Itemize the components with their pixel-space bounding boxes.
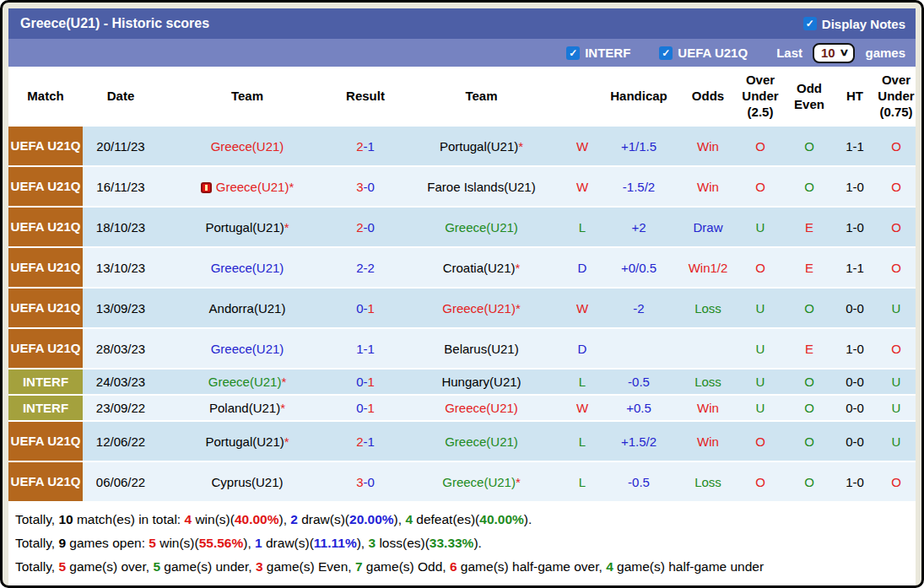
col-header-result: Result xyxy=(336,67,395,127)
odd-even-cell: O xyxy=(786,422,833,462)
display-notes-checkbox[interactable]: ✓ xyxy=(803,17,817,30)
home-team-cell: Poland(U21)* xyxy=(159,396,336,422)
home-team-cell: Greece(U21)* xyxy=(159,167,336,208)
away-team-cell: Greece(U21)* xyxy=(395,462,568,503)
result-cell: 2-2 xyxy=(336,248,395,289)
interf-toggle[interactable]: ✓ INTERF xyxy=(566,46,630,60)
wld-cell: L xyxy=(568,422,597,462)
home-team-cell: Greece(U21)* xyxy=(159,370,336,396)
away-team-name: Greece(U21) xyxy=(445,401,518,415)
ht-cell: 0-0 xyxy=(833,396,877,422)
away-score: 1 xyxy=(368,401,375,415)
filter-bar: ✓ INTERF ✓ UEFA U21Q Last 10 ∨ games xyxy=(8,39,916,67)
table-row: UEFA U21Q 20/11/23 Greece(U21) 2-1 Portu… xyxy=(8,127,916,167)
over-under-25-cell: O xyxy=(735,127,786,167)
over-under-25-cell: U xyxy=(735,370,786,396)
away-team-name: Greece(U21) xyxy=(442,475,516,489)
odd-even-cell: E xyxy=(786,248,833,289)
summary-segment: ), xyxy=(243,536,255,550)
home-team-name: Greece(U21) xyxy=(208,375,282,389)
handicap-cell: +1/1.5 xyxy=(597,127,681,167)
home-team-cell: Portugal(U21)* xyxy=(159,208,336,248)
away-team-name: Greece(U21) xyxy=(442,301,516,316)
table-header-row: Match Date Team Result Team Handicap Odd… xyxy=(8,67,916,127)
uefa-label: UEFA U21Q xyxy=(678,46,748,60)
wld-cell: W xyxy=(568,127,597,167)
handicap-cell: +0/0.5 xyxy=(597,248,681,289)
odd-even-cell: O xyxy=(786,370,833,396)
summary-line-over-under: Totally, 5 game(s) over, 5 game(s) under… xyxy=(15,555,916,579)
over-under-075-cell: O xyxy=(877,127,916,167)
odds-cell: Win xyxy=(681,127,735,167)
away-team-name: Portugal(U21) xyxy=(440,139,518,154)
ht-cell: 1-0 xyxy=(833,167,877,208)
handicap-cell: -1.5/2 xyxy=(597,167,681,208)
summary-segment: 4 xyxy=(184,512,192,526)
summary-segment: game(s) under, xyxy=(160,559,256,574)
last-games-value: 10 xyxy=(821,46,835,60)
result-cell: 2-0 xyxy=(336,208,395,248)
date-cell: 06/06/22 xyxy=(83,462,159,503)
over-under-075-cell: O xyxy=(877,167,916,208)
home-team-name: Greece(U21) xyxy=(216,180,289,194)
away-score: 1 xyxy=(368,342,375,356)
summary-segment: win(s)( xyxy=(192,512,235,526)
over-under-25-cell: O xyxy=(735,422,786,462)
over-under-25-cell: O xyxy=(735,462,786,503)
interf-checkbox[interactable]: ✓ xyxy=(566,46,580,60)
ht-cell: 0-0 xyxy=(833,370,877,396)
summary-segment: 40.00% xyxy=(479,512,524,526)
home-team-cell: Portugal(U21)* xyxy=(159,422,336,462)
result-cell: 1-1 xyxy=(336,329,395,370)
odds-cell: Win xyxy=(681,422,735,462)
summary-segment: 6 xyxy=(450,559,457,574)
away-score: 0 xyxy=(368,180,375,194)
uefa-checkbox[interactable]: ✓ xyxy=(659,46,673,60)
table-row: UEFA U21Q 18/10/23 Portugal(U21)* 2-0 Gr… xyxy=(8,208,916,248)
odd-even-cell: O xyxy=(786,396,833,422)
away-team-cell: Croatia(U21)* xyxy=(395,248,568,289)
chevron-down-icon: ∨ xyxy=(839,46,849,58)
match-type-cell: UEFA U21Q xyxy=(8,248,83,289)
summary-segment: 11.11% xyxy=(314,536,357,550)
col-header-match: Match xyxy=(8,67,83,127)
odds-cell: Loss xyxy=(681,462,735,503)
summary-line-total: Totally, 10 match(es) in total: 4 win(s)… xyxy=(15,508,916,531)
summary-segment: 40.00% xyxy=(235,512,279,526)
summary-segment: 33.33% xyxy=(430,536,474,550)
date-cell: 18/10/23 xyxy=(83,208,159,248)
over-under-075-cell: U xyxy=(877,396,916,422)
match-type-cell: UEFA U21Q xyxy=(8,167,83,208)
display-notes-toggle[interactable]: ✓ Display Notes xyxy=(803,17,905,31)
home-score: 3 xyxy=(356,475,363,489)
match-type-cell: INTERF xyxy=(8,396,83,422)
away-team-name: Faroe Islands(U21) xyxy=(427,180,535,194)
summary-segment: 10 xyxy=(58,512,73,526)
home-team-star: * xyxy=(280,401,285,415)
summary-segment: Totally, xyxy=(15,536,58,550)
uefa-toggle[interactable]: ✓ UEFA U21Q xyxy=(659,46,748,60)
col-header-ht: HT xyxy=(833,67,877,127)
result-cell: 0-1 xyxy=(336,289,395,329)
summary-segment: game(s) half-game under xyxy=(613,559,764,574)
table-row: UEFA U21Q 06/06/22 Cyprus(U21) 3-0 Greec… xyxy=(8,462,916,503)
away-team-cell: Hungary(U21) xyxy=(395,370,568,396)
over-under-25-cell: O xyxy=(735,167,786,208)
odd-even-cell: E xyxy=(786,329,833,370)
summary-segment: 7 xyxy=(355,559,363,574)
home-team-name: Portugal(U21) xyxy=(205,434,284,449)
interf-label: INTERF xyxy=(585,46,630,60)
col-header-odds: Odds xyxy=(681,67,735,127)
ht-cell: 1-1 xyxy=(833,248,877,289)
home-team-cell: Cyprus(U21) xyxy=(159,462,336,503)
last-games-select[interactable]: 10 ∨ xyxy=(813,43,855,63)
summary-segment: games open: xyxy=(66,536,149,550)
wld-cell: L xyxy=(568,370,597,396)
home-team-name: Andorra(U21) xyxy=(209,301,286,316)
table-row: UEFA U21Q 28/03/23 Greece(U21) 1-1 Belar… xyxy=(8,329,916,370)
away-team-cell: Portugal(U21)* xyxy=(395,127,568,167)
summary-segment: defeat(es)( xyxy=(413,512,479,526)
scores-table-area: Match Date Team Result Team Handicap Odd… xyxy=(8,67,916,503)
wld-cell: W xyxy=(568,396,597,422)
home-score: 0 xyxy=(356,301,363,316)
